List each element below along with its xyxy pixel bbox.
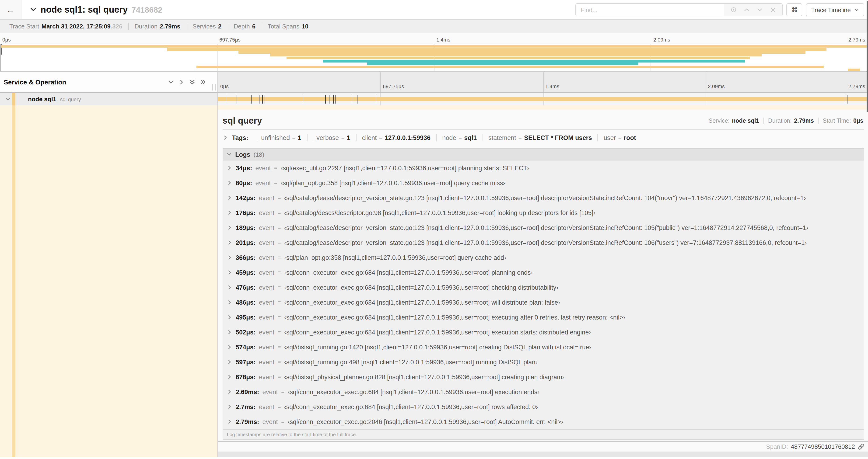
span-color-accent (12, 93, 16, 105)
column-resizer-handle[interactable] (212, 84, 216, 91)
log-marker-tick (303, 95, 304, 104)
timeline-ruler: 0μs697.75μs1.4ms2.09ms2.79ms (218, 72, 868, 92)
summary-label: Duration (135, 23, 157, 30)
chevron-right-icon (227, 404, 232, 409)
log-marker-tick (262, 95, 262, 104)
log-entry[interactable]: 459μs: event = ‹sql/conn_executor_exec.g… (223, 265, 864, 280)
log-entry[interactable]: 574μs: event = ‹sql/distsql_running.go:1… (223, 339, 864, 355)
tag-key: statement (488, 134, 516, 141)
minimap-span-bar (367, 63, 639, 66)
log-entry[interactable]: 176μs: event = ‹sql/catalog/descs/descri… (223, 205, 864, 220)
log-entry[interactable]: 476μs: event = ‹sql/conn_executor_exec.g… (223, 280, 864, 295)
tag-item: _unfinished = 1 (252, 134, 307, 141)
trace-view-selector[interactable]: Trace Timeline (806, 3, 864, 16)
expand-one-icon[interactable] (178, 79, 185, 85)
expand-all-icon[interactable] (200, 79, 206, 85)
collapse-one-icon[interactable] (167, 79, 174, 85)
tag-value: sql1 (464, 134, 477, 141)
overview-label: Start Time: (823, 118, 851, 124)
equals-sign: = (278, 195, 281, 201)
log-entry[interactable]: 495μs: event = ‹sql/conn_executor_exec.g… (223, 310, 864, 325)
minimap-span-bar (238, 51, 805, 54)
chevron-down-icon[interactable] (754, 5, 765, 15)
log-timestamp: 34μs: (236, 164, 252, 171)
log-entry[interactable]: 34μs: event = ‹sql/exec_util.go:2297 [ns… (223, 160, 864, 175)
tag-item: user = root (597, 134, 642, 141)
log-entry[interactable]: 486μs: event = ‹sql/conn_executor_exec.g… (223, 295, 864, 310)
summary-item: Depth 6 (227, 23, 261, 30)
equals-sign: = (274, 165, 277, 171)
span-duration-bar[interactable] (218, 97, 868, 101)
chevron-right-icon (227, 210, 232, 216)
time-tick-label: 697.75μs (383, 84, 404, 89)
back-button[interactable]: ← (0, 0, 22, 19)
log-entry[interactable]: 201μs: event = ‹sql/catalog/lease/descri… (223, 235, 864, 250)
equals-sign: = (278, 359, 281, 365)
log-value: ‹sql/distsql_running.go:1420 [nsql1,clie… (284, 343, 591, 351)
log-value: ‹sql/conn_executor_exec.go:684 [nsql1,cl… (284, 403, 538, 410)
keyboard-shortcuts-button[interactable]: ⌘ (786, 3, 802, 16)
log-marker-tick (265, 95, 265, 104)
log-entry[interactable]: 2.69ms: event = ‹sql/conn_executor_exec.… (223, 384, 864, 399)
log-value: ‹sql/distsql_physical_planner.go:828 [ns… (284, 373, 564, 381)
minimap-canvas[interactable] (0, 44, 868, 71)
log-entry[interactable]: 502μs: event = ‹sql/conn_executor_exec.g… (223, 325, 864, 339)
equals-sign: = (292, 134, 296, 141)
equals-sign: = (341, 134, 344, 141)
grid-line (706, 72, 706, 92)
log-marker-tick (357, 95, 358, 104)
tag-item: _verbose = 1 (307, 134, 356, 141)
trace-title-area: node sql1: sql query 7418682 (30, 4, 162, 15)
log-timestamp: 176μs: (236, 209, 256, 216)
log-entry[interactable]: 2.79ms: event = ‹sql/conn_executor_exec.… (223, 414, 864, 429)
link-icon[interactable] (858, 443, 865, 450)
minimap-span-bar (1, 45, 867, 48)
log-entry[interactable]: 80μs: event = ‹sql/plan_opt.go:358 [nsql… (223, 175, 864, 190)
close-icon[interactable] (767, 5, 778, 15)
log-entry[interactable]: 142μs: event = ‹sql/catalog/lease/descri… (223, 190, 864, 205)
log-entry[interactable]: 597μs: event = ‹sql/distsql_running.go:4… (223, 355, 864, 369)
log-timestamp: 597μs: (236, 358, 256, 365)
logs-label: Logs (235, 151, 250, 158)
overview-label: Service: (709, 118, 730, 124)
log-entry[interactable]: 678μs: event = ‹sql/distsql_physical_pla… (223, 369, 864, 384)
find-group (576, 3, 783, 16)
summary-value-fraction: .326 (111, 23, 123, 30)
time-tick-label: 697.75μs (219, 37, 241, 42)
span-detail-header: sql query Service: node sql1 Duration: 2… (223, 112, 864, 129)
log-timestamp: 486μs: (236, 299, 256, 306)
log-marker-tick (329, 95, 330, 104)
collapse-all-icon[interactable] (189, 79, 195, 85)
log-timestamp: 366μs: (236, 254, 256, 261)
trace-minimap: 0μs697.75μs1.4ms2.09ms2.79ms (0, 33, 868, 71)
vertical-scrollbar[interactable] (867, 1, 868, 112)
log-field-name: event (259, 299, 274, 306)
locate-icon[interactable] (728, 5, 739, 15)
span-bar-track[interactable] (218, 93, 868, 105)
chevron-up-icon[interactable] (741, 5, 752, 15)
span-name-cell[interactable]: node sql1 sql query (0, 93, 218, 105)
span-color-accent (12, 105, 16, 457)
timeline-collapse-controls (167, 79, 206, 85)
span-id-row: SpanID: 4877749850101760812 (218, 442, 868, 452)
tag-value: 127.0.0.1:59936 (384, 134, 431, 141)
grid-line (543, 72, 544, 92)
log-entry[interactable]: 189μs: event = ‹sql/catalog/lease/descri… (223, 220, 864, 235)
tag-value: SELECT * FROM users (524, 134, 592, 141)
logs-accordion-toggle[interactable]: Logs (18) (223, 149, 864, 160)
top-bar: ← node sql1: sql query 7418682 (0, 0, 868, 20)
tag-key: user (603, 134, 616, 141)
minimap-span-bar (270, 54, 762, 57)
log-entry[interactable]: 2.7ms: event = ‹sql/conn_executor_exec.g… (223, 399, 864, 414)
chevron-down-icon[interactable] (30, 6, 37, 13)
equals-sign: = (278, 299, 281, 305)
log-value: ‹sql/plan_opt.go:358 [nsql1,client=127.0… (284, 254, 506, 261)
time-tick-label: 0μs (2, 37, 11, 42)
log-entry[interactable]: 366μs: event = ‹sql/plan_opt.go:358 [nsq… (223, 250, 864, 265)
span-service-name: node sql1 (28, 96, 56, 103)
tags-accordion-toggle[interactable]: Tags: _unfinished = 1 _verbose (223, 130, 864, 145)
log-field-name: event (255, 164, 271, 171)
find-input[interactable] (576, 4, 724, 16)
log-timestamp: 495μs: (236, 314, 256, 321)
chevron-down-icon[interactable] (5, 96, 11, 102)
